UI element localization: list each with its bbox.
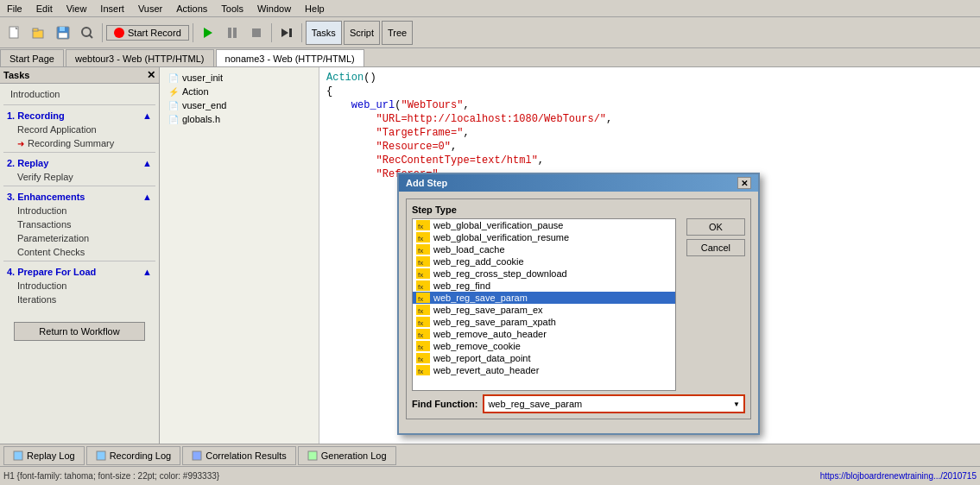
step-item-10[interactable]: fx web_remove_cookie <box>413 340 675 352</box>
task-parameterization[interactable]: Parameterization <box>3 231 155 245</box>
step-icon-9: fx <box>416 329 430 339</box>
save-btn[interactable] <box>52 21 74 45</box>
start-record-button[interactable]: Start Record <box>106 25 189 41</box>
step-btn[interactable] <box>275 21 298 45</box>
step-item-1[interactable]: fx web_global_verification_resume <box>413 231 675 243</box>
menu-edit[interactable]: Edit <box>29 2 60 16</box>
step-item-4[interactable]: fx web_reg_cross_step_download <box>413 268 675 280</box>
svg-rect-6 <box>59 33 67 38</box>
open-btn[interactable] <box>28 21 50 45</box>
toolbar-separator-4 <box>301 23 302 42</box>
tab-start-page[interactable]: Start Page <box>0 49 64 66</box>
svg-text:fx: fx <box>418 343 423 351</box>
step-icon-7: fx <box>416 305 430 315</box>
step-item-5[interactable]: fx web_reg_find <box>413 280 675 292</box>
tab-webtour3[interactable]: webtour3 - Web (HTTP/HTML) <box>66 49 214 66</box>
svg-rect-10 <box>228 28 231 38</box>
recording-collapse[interactable]: ▲ <box>142 110 152 121</box>
cancel-button[interactable]: Cancel <box>686 239 745 256</box>
step-item-8[interactable]: fx web_reg_save_param_xpath <box>413 316 675 328</box>
modal-close-btn[interactable]: ✕ <box>737 177 751 189</box>
pause-btn[interactable] <box>221 21 243 45</box>
menu-bar: File Edit View Insert Vuser Actions Tool… <box>0 0 980 17</box>
menu-vuser[interactable]: Vuser <box>131 2 169 16</box>
bottom-tab-replay-log[interactable]: Replay Log <box>3 446 85 465</box>
enhancements-collapse[interactable]: ▲ <box>142 192 152 202</box>
prepare-collapse[interactable]: ▲ <box>142 267 152 277</box>
step-item-3[interactable]: fx web_reg_add_cookie <box>413 255 675 268</box>
step-item-11[interactable]: fx web_report_data_point <box>413 352 675 364</box>
modal-title: Add Step <box>406 178 447 188</box>
menu-tools[interactable]: Tools <box>214 2 250 16</box>
step-item-12[interactable]: fx web_revert_auto_header <box>413 364 675 376</box>
step-item-0[interactable]: fx web_global_verification_pause <box>413 219 675 231</box>
step-icon-2: fx <box>416 244 430 255</box>
step-label-9: web_remove_auto_header <box>433 329 547 339</box>
menu-help[interactable]: Help <box>298 2 332 16</box>
file-vuser-init[interactable]: 📄 vuser_init <box>161 71 317 85</box>
task-intro-prepare[interactable]: Introduction <box>3 279 155 293</box>
status-url: https://blojboardrenewtraining.../201071… <box>820 471 977 481</box>
task-section: Introduction 1. Recording ▲ Record Appli… <box>0 84 159 308</box>
file-action[interactable]: ⚡ Action <box>161 85 317 98</box>
toolbar: Start Record Tasks Script Tree <box>0 17 980 48</box>
section-enhancements[interactable]: 3. Enhancements ▲ <box>3 188 155 204</box>
file-globals[interactable]: 📄 globals.h <box>161 112 317 126</box>
play-btn[interactable] <box>197 21 219 45</box>
divider-3 <box>3 186 155 186</box>
task-intro-enh[interactable]: Introduction <box>3 204 155 217</box>
task-intro-item[interactable]: Introduction <box>3 85 155 103</box>
divider-1 <box>3 104 155 105</box>
menu-file[interactable]: File <box>0 2 29 16</box>
task-transactions[interactable]: Transactions <box>3 217 155 231</box>
section-recording[interactable]: 1. Recording ▲ <box>3 107 155 123</box>
task-verify-replay[interactable]: Verify Replay <box>3 170 155 184</box>
step-type-list[interactable]: fx web_global_verification_pause fx web_… <box>412 218 676 391</box>
code-line-5: "TargetFrame=", <box>326 126 973 140</box>
tasks-btn[interactable]: Tasks <box>306 21 342 45</box>
section-replay[interactable]: 2. Replay ▲ <box>3 154 155 170</box>
new-btn[interactable] <box>3 21 26 45</box>
step-item-6[interactable]: fx web_reg_save_param <box>413 292 675 304</box>
tasks-title: Tasks <box>3 70 29 80</box>
menu-view[interactable]: View <box>60 2 94 16</box>
task-recording-summary[interactable]: Recording Summary <box>3 136 155 150</box>
task-record-application[interactable]: Record Application <box>3 123 155 136</box>
stop-btn[interactable] <box>245 21 268 45</box>
enhancements-label: 3. Enhancements <box>7 192 85 202</box>
file-vuser-end[interactable]: 📄 vuser_end <box>161 98 317 112</box>
svg-text:fx: fx <box>418 307 423 315</box>
bottom-tab-generation-log[interactable]: Generation Log <box>298 446 396 465</box>
bottom-tab-correlation[interactable]: Correlation Results <box>182 446 296 465</box>
svg-text:fx: fx <box>418 295 423 303</box>
menu-window[interactable]: Window <box>250 2 298 16</box>
find-fn-dropdown[interactable]: web_reg_save_param ▼ <box>483 394 745 413</box>
svg-text:fx: fx <box>418 235 423 243</box>
section-prepare[interactable]: 4. Prepare For Load ▲ <box>3 263 155 279</box>
step-label-12: web_revert_auto_header <box>433 365 539 375</box>
step-item-2[interactable]: fx web_load_cache <box>413 243 675 255</box>
script-btn[interactable]: Script <box>344 21 380 45</box>
tab-noname3[interactable]: noname3 - Web (HTTP/HTML) <box>216 49 364 66</box>
tasks-close-btn[interactable]: ✕ <box>147 69 155 81</box>
step-label-6: web_reg_save_param <box>433 293 528 303</box>
divider-2 <box>3 152 155 153</box>
bottom-tab-recording-log[interactable]: Recording Log <box>86 446 181 465</box>
find-btn[interactable] <box>76 21 98 45</box>
code-line-4: "URL=http://localhost:1080/WebTours/", <box>326 112 973 126</box>
menu-actions[interactable]: Actions <box>169 2 214 16</box>
step-item-9[interactable]: fx web_remove_auto_header <box>413 328 675 340</box>
tree-btn[interactable]: Tree <box>382 21 413 45</box>
menu-insert[interactable]: Insert <box>93 2 131 16</box>
task-content-checks[interactable]: Content Checks <box>3 245 155 259</box>
step-item-7[interactable]: fx web_reg_save_param_ex <box>413 304 675 316</box>
task-iterations[interactable]: Iterations <box>3 293 155 306</box>
ok-button[interactable]: OK <box>686 218 745 236</box>
replay-collapse[interactable]: ▲ <box>142 158 152 168</box>
svg-marker-9 <box>204 28 212 38</box>
generation-log-icon <box>307 450 318 461</box>
file-label-action: Action <box>182 86 209 97</box>
return-to-workflow-btn[interactable]: Return to Workflow <box>14 322 145 341</box>
svg-rect-5 <box>60 27 65 31</box>
step-icon-12: fx <box>416 365 430 375</box>
